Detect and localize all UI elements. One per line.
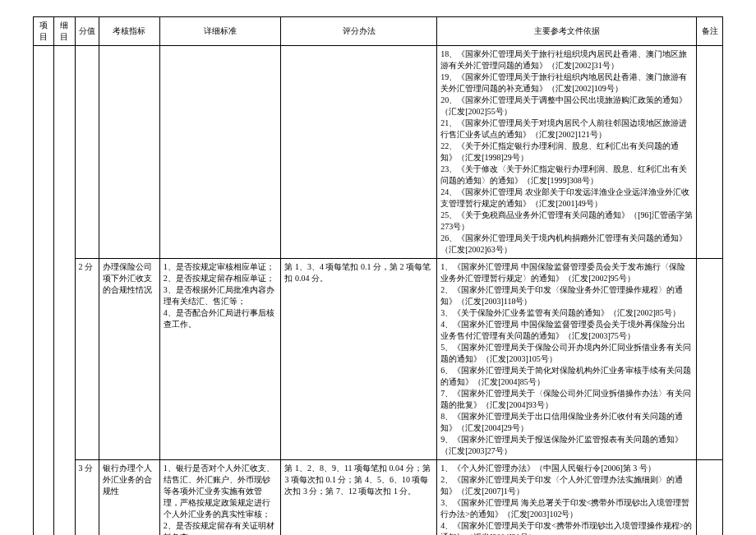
cell-project (34, 46, 54, 536)
cell-standard: 1、银行是否对个人外汇收支、结售汇、外汇账户、外币现钞等各项外汇业务实施有效管理… (159, 460, 281, 536)
header-note: 备注 (697, 17, 723, 46)
header-reference: 主要参考文件依据 (437, 17, 697, 46)
cell-score: 3 分 (75, 460, 99, 536)
header-project: 项目 (34, 17, 54, 46)
header-detail: 细目 (54, 17, 75, 46)
cell-detail (54, 46, 75, 536)
cell-index: 办理保险公司项下外汇收支的合规性情况 (99, 259, 160, 460)
header-row: 项目 细目 分值 考核指标 详细标准 评分办法 主要参考文件依据 备注 (34, 17, 723, 46)
cell-note (697, 46, 723, 259)
table-row: 3 分 银行办理个人外汇业务的合规性 1、银行是否对个人外汇收支、结售汇、外汇账… (34, 460, 723, 536)
cell-note (697, 460, 723, 536)
cell-index: 银行办理个人外汇业务的合规性 (99, 460, 160, 536)
header-index: 考核指标 (99, 17, 160, 46)
cell-reference: 1、《个人外汇管理办法》（中国人民银行令[2006]第 3 号） 2、《国家外汇… (437, 460, 697, 536)
cell-standard (159, 46, 281, 259)
cell-method (281, 46, 437, 259)
header-score: 分值 (75, 17, 99, 46)
cell-method: 第 1、2、8、9、11 项每笔扣 0.04 分；第 3 项每次扣 0.1 分；… (281, 460, 437, 536)
table-row: 2 分 办理保险公司项下外汇收支的合规性情况 1、是否按规定审核相应单证； 2、… (34, 259, 723, 460)
assessment-table: 项目 细目 分值 考核指标 详细标准 评分办法 主要参考文件依据 备注 18、《… (33, 16, 723, 535)
cell-reference: 1、《国家外汇管理局 中国保险监督管理委员会关于发布施行〈保险业务外汇管理暂行规… (437, 259, 697, 460)
table-row: 18、《国家外汇管理局关于旅行社组织境内居民赴香港、澳门地区旅游有关外汇管理问题… (34, 46, 723, 259)
cell-score (75, 46, 99, 259)
cell-method: 第 1、3、4 项每笔扣 0.1 分，第 2 项每笔扣 0.04 分。 (281, 259, 437, 460)
cell-reference: 18、《国家外汇管理局关于旅行社组织境内居民赴香港、澳门地区旅游有关外汇管理问题… (437, 46, 697, 259)
header-standard: 详细标准 (159, 17, 281, 46)
header-method: 评分办法 (281, 17, 437, 46)
cell-standard: 1、是否按规定审核相应单证； 2、是否按规定留存相应单证； 3、是否根据外汇局批… (159, 259, 281, 460)
cell-index (99, 46, 160, 259)
cell-score: 2 分 (75, 259, 99, 460)
cell-note (697, 259, 723, 460)
